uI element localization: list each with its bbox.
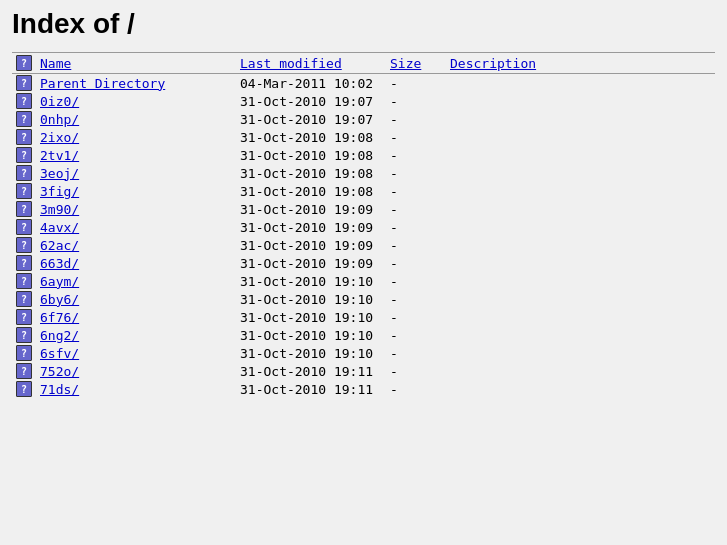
row-modified-cell: 04-Mar-2011 10:02 xyxy=(236,74,386,93)
row-size-cell: - xyxy=(386,128,446,146)
table-row: ?752o/31-Oct-2010 19:11- xyxy=(12,362,715,380)
row-description-cell xyxy=(446,74,715,93)
row-icon-cell: ? xyxy=(12,362,36,380)
table-row: ?663d/31-Oct-2010 19:09- xyxy=(12,254,715,272)
row-icon-cell: ? xyxy=(12,200,36,218)
sort-by-desc-link[interactable]: Description xyxy=(450,56,536,71)
sort-by-name-link[interactable]: Name xyxy=(40,56,71,71)
row-description-cell xyxy=(446,380,715,398)
table-header-row: ? Name Last modified Size Description xyxy=(12,53,715,74)
table-row: ?62ac/31-Oct-2010 19:09- xyxy=(12,236,715,254)
row-name-cell: 663d/ xyxy=(36,254,236,272)
row-icon-cell: ? xyxy=(12,92,36,110)
row-modified-cell: 31-Oct-2010 19:10 xyxy=(236,344,386,362)
row-size-cell: - xyxy=(386,146,446,164)
folder-icon: ? xyxy=(16,237,32,253)
table-row: ?6ng2/31-Oct-2010 19:10- xyxy=(12,326,715,344)
header-modified: Last modified xyxy=(236,53,386,74)
file-link[interactable]: 0nhp/ xyxy=(40,112,79,127)
folder-icon: ? xyxy=(16,129,32,145)
file-link[interactable]: 663d/ xyxy=(40,256,79,271)
row-description-cell xyxy=(446,308,715,326)
row-size-cell: - xyxy=(386,272,446,290)
file-link[interactable]: Parent Directory xyxy=(40,76,165,91)
row-name-cell: 4avx/ xyxy=(36,218,236,236)
row-modified-cell: 31-Oct-2010 19:10 xyxy=(236,308,386,326)
row-modified-cell: 31-Oct-2010 19:07 xyxy=(236,110,386,128)
row-modified-cell: 31-Oct-2010 19:10 xyxy=(236,272,386,290)
row-modified-cell: 31-Oct-2010 19:09 xyxy=(236,200,386,218)
table-row: ?4avx/31-Oct-2010 19:09- xyxy=(12,218,715,236)
row-name-cell: 3fig/ xyxy=(36,182,236,200)
row-modified-cell: 31-Oct-2010 19:09 xyxy=(236,236,386,254)
row-modified-cell: 31-Oct-2010 19:08 xyxy=(236,182,386,200)
table-row: ?71ds/31-Oct-2010 19:11- xyxy=(12,380,715,398)
file-link[interactable]: 6ng2/ xyxy=(40,328,79,343)
file-link[interactable]: 4avx/ xyxy=(40,220,79,235)
file-link[interactable]: 6by6/ xyxy=(40,292,79,307)
file-link[interactable]: 2tv1/ xyxy=(40,148,79,163)
row-icon-cell: ? xyxy=(12,218,36,236)
row-modified-cell: 31-Oct-2010 19:09 xyxy=(236,254,386,272)
sort-by-size-link[interactable]: Size xyxy=(390,56,421,71)
folder-icon: ? xyxy=(16,111,32,127)
row-name-cell: 62ac/ xyxy=(36,236,236,254)
file-link[interactable]: 62ac/ xyxy=(40,238,79,253)
row-description-cell xyxy=(446,290,715,308)
row-modified-cell: 31-Oct-2010 19:10 xyxy=(236,290,386,308)
row-size-cell: - xyxy=(386,92,446,110)
row-size-cell: - xyxy=(386,290,446,308)
table-row: ?2tv1/31-Oct-2010 19:08- xyxy=(12,146,715,164)
row-modified-cell: 31-Oct-2010 19:10 xyxy=(236,326,386,344)
row-size-cell: - xyxy=(386,218,446,236)
folder-icon: ? xyxy=(16,381,32,397)
folder-icon: ? xyxy=(16,201,32,217)
page-title: Index of / xyxy=(12,8,715,40)
row-modified-cell: 31-Oct-2010 19:08 xyxy=(236,164,386,182)
file-link[interactable]: 2ixo/ xyxy=(40,130,79,145)
table-row: ?0nhp/31-Oct-2010 19:07- xyxy=(12,110,715,128)
file-link[interactable]: 3fig/ xyxy=(40,184,79,199)
directory-table: ? Name Last modified Size Description ?P… xyxy=(12,52,715,398)
row-size-cell: - xyxy=(386,380,446,398)
row-description-cell xyxy=(446,110,715,128)
row-description-cell xyxy=(446,146,715,164)
table-row: ?3m90/31-Oct-2010 19:09- xyxy=(12,200,715,218)
row-icon-cell: ? xyxy=(12,236,36,254)
folder-icon: ? xyxy=(16,327,32,343)
file-link[interactable]: 3eoj/ xyxy=(40,166,79,181)
file-link[interactable]: 752o/ xyxy=(40,364,79,379)
row-modified-cell: 31-Oct-2010 19:07 xyxy=(236,92,386,110)
row-description-cell xyxy=(446,128,715,146)
table-row: ?6sfv/31-Oct-2010 19:10- xyxy=(12,344,715,362)
row-size-cell: - xyxy=(386,254,446,272)
row-modified-cell: 31-Oct-2010 19:11 xyxy=(236,362,386,380)
file-link[interactable]: 71ds/ xyxy=(40,382,79,397)
folder-icon: ? xyxy=(16,255,32,271)
table-row: ?3fig/31-Oct-2010 19:08- xyxy=(12,182,715,200)
row-name-cell: Parent Directory xyxy=(36,74,236,93)
row-name-cell: 6sfv/ xyxy=(36,344,236,362)
file-link[interactable]: 0iz0/ xyxy=(40,94,79,109)
table-row: ?6by6/31-Oct-2010 19:10- xyxy=(12,290,715,308)
sort-by-modified-link[interactable]: Last modified xyxy=(240,56,342,71)
row-size-cell: - xyxy=(386,74,446,93)
header-folder-icon: ? xyxy=(16,55,32,71)
table-row: ?6f76/31-Oct-2010 19:10- xyxy=(12,308,715,326)
row-icon-cell: ? xyxy=(12,254,36,272)
file-link[interactable]: 6aym/ xyxy=(40,274,79,289)
row-icon-cell: ? xyxy=(12,308,36,326)
file-link[interactable]: 6sfv/ xyxy=(40,346,79,361)
header-size: Size xyxy=(386,53,446,74)
row-icon-cell: ? xyxy=(12,128,36,146)
file-link[interactable]: 6f76/ xyxy=(40,310,79,325)
table-body: ?Parent Directory04-Mar-2011 10:02-?0iz0… xyxy=(12,74,715,399)
folder-icon: ? xyxy=(16,75,32,91)
row-icon-cell: ? xyxy=(12,326,36,344)
row-size-cell: - xyxy=(386,200,446,218)
row-description-cell xyxy=(446,362,715,380)
row-description-cell xyxy=(446,164,715,182)
row-icon-cell: ? xyxy=(12,164,36,182)
file-link[interactable]: 3m90/ xyxy=(40,202,79,217)
folder-icon: ? xyxy=(16,363,32,379)
